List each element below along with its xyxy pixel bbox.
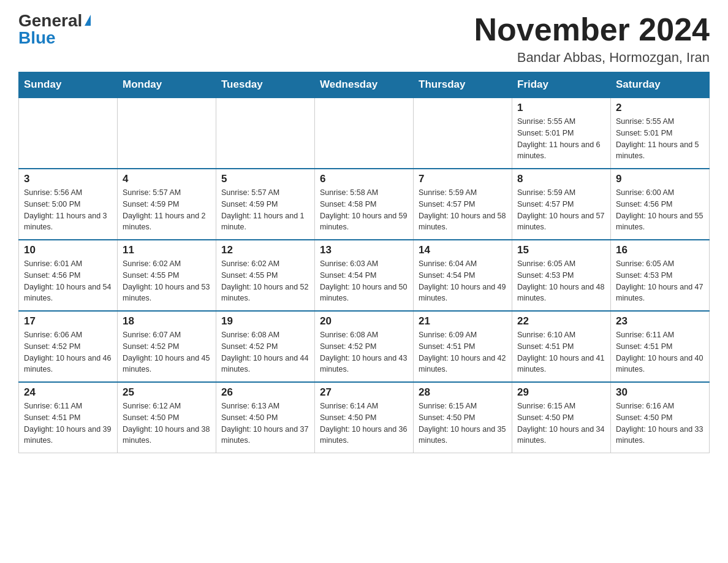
day-number: 28 [419, 386, 507, 399]
calendar-cell-w5-d6: 29Sunrise: 6:15 AMSunset: 4:50 PMDayligh… [512, 382, 611, 453]
calendar-cell-w5-d5: 28Sunrise: 6:15 AMSunset: 4:50 PMDayligh… [414, 382, 512, 453]
day-number: 13 [320, 244, 408, 256]
col-friday: Friday [512, 72, 611, 98]
day-info: Sunrise: 6:07 AMSunset: 4:52 PMDaylight:… [123, 329, 211, 375]
day-info: Sunrise: 6:04 AMSunset: 4:54 PMDaylight:… [419, 258, 507, 304]
calendar-cell-w1-d3 [216, 98, 315, 169]
calendar-cell-w2-d3: 5Sunrise: 5:57 AMSunset: 4:59 PMDaylight… [216, 169, 315, 240]
page-header: General Blue November 2024 Bandar Abbas,… [18, 12, 710, 66]
calendar-cell-w1-d5 [414, 98, 512, 169]
col-monday: Monday [118, 72, 216, 98]
calendar-table: Sunday Monday Tuesday Wednesday Thursday… [18, 72, 710, 453]
day-number: 2 [616, 102, 704, 114]
calendar-cell-w4-d5: 21Sunrise: 6:09 AMSunset: 4:51 PMDayligh… [414, 311, 512, 382]
week-row-3: 10Sunrise: 6:01 AMSunset: 4:56 PMDayligh… [19, 240, 710, 311]
day-info: Sunrise: 6:08 AMSunset: 4:52 PMDaylight:… [320, 329, 408, 375]
day-info: Sunrise: 6:02 AMSunset: 4:55 PMDaylight:… [221, 258, 309, 304]
day-info: Sunrise: 6:02 AMSunset: 4:55 PMDaylight:… [123, 258, 211, 304]
calendar-cell-w4-d3: 19Sunrise: 6:08 AMSunset: 4:52 PMDayligh… [216, 311, 315, 382]
logo: General Blue [18, 12, 91, 47]
col-sunday: Sunday [19, 72, 118, 98]
day-number: 19 [221, 315, 309, 327]
calendar-cell-w1-d2 [118, 98, 216, 169]
day-number: 3 [24, 173, 112, 185]
day-number: 6 [320, 173, 408, 185]
day-number: 18 [123, 315, 211, 327]
calendar-cell-w5-d3: 26Sunrise: 6:13 AMSunset: 4:50 PMDayligh… [216, 382, 315, 453]
day-info: Sunrise: 6:15 AMSunset: 4:50 PMDaylight:… [517, 400, 605, 446]
calendar-cell-w2-d1: 3Sunrise: 5:56 AMSunset: 5:00 PMDaylight… [19, 169, 118, 240]
day-info: Sunrise: 6:06 AMSunset: 4:52 PMDaylight:… [24, 329, 112, 375]
week-row-4: 17Sunrise: 6:06 AMSunset: 4:52 PMDayligh… [19, 311, 710, 382]
day-info: Sunrise: 6:08 AMSunset: 4:52 PMDaylight:… [221, 329, 309, 375]
calendar-cell-w2-d7: 9Sunrise: 6:00 AMSunset: 4:56 PMDaylight… [611, 169, 710, 240]
day-number: 17 [24, 315, 112, 327]
day-number: 10 [24, 244, 112, 256]
day-info: Sunrise: 6:03 AMSunset: 4:54 PMDaylight:… [320, 258, 408, 304]
day-info: Sunrise: 6:14 AMSunset: 4:50 PMDaylight:… [320, 400, 408, 446]
day-number: 8 [517, 173, 605, 185]
calendar-cell-w5-d7: 30Sunrise: 6:16 AMSunset: 4:50 PMDayligh… [611, 382, 710, 453]
day-number: 22 [517, 315, 605, 327]
col-thursday: Thursday [414, 72, 512, 98]
week-row-2: 3Sunrise: 5:56 AMSunset: 5:00 PMDaylight… [19, 169, 710, 240]
day-number: 14 [419, 244, 507, 256]
location-text: Bandar Abbas, Hormozgan, Iran [474, 50, 710, 66]
day-info: Sunrise: 5:55 AMSunset: 5:01 PMDaylight:… [616, 116, 704, 162]
calendar-cell-w2-d5: 7Sunrise: 5:59 AMSunset: 4:57 PMDaylight… [414, 169, 512, 240]
day-info: Sunrise: 6:10 AMSunset: 4:51 PMDaylight:… [517, 329, 605, 375]
day-number: 21 [419, 315, 507, 327]
day-info: Sunrise: 5:57 AMSunset: 4:59 PMDaylight:… [221, 187, 309, 233]
day-number: 12 [221, 244, 309, 256]
calendar-cell-w4-d6: 22Sunrise: 6:10 AMSunset: 4:51 PMDayligh… [512, 311, 611, 382]
calendar-cell-w5-d2: 25Sunrise: 6:12 AMSunset: 4:50 PMDayligh… [118, 382, 216, 453]
day-number: 7 [419, 173, 507, 185]
day-number: 16 [616, 244, 704, 256]
day-info: Sunrise: 5:58 AMSunset: 4:58 PMDaylight:… [320, 187, 408, 233]
calendar-cell-w4-d1: 17Sunrise: 6:06 AMSunset: 4:52 PMDayligh… [19, 311, 118, 382]
calendar-cell-w1-d1 [19, 98, 118, 169]
calendar-cell-w3-d2: 11Sunrise: 6:02 AMSunset: 4:55 PMDayligh… [118, 240, 216, 311]
logo-blue-text: Blue [18, 29, 56, 47]
title-block: November 2024 Bandar Abbas, Hormozgan, I… [474, 12, 710, 66]
day-info: Sunrise: 6:11 AMSunset: 4:51 PMDaylight:… [616, 329, 704, 375]
day-info: Sunrise: 6:12 AMSunset: 4:50 PMDaylight:… [123, 400, 211, 446]
day-number: 9 [616, 173, 704, 185]
day-info: Sunrise: 6:15 AMSunset: 4:50 PMDaylight:… [419, 400, 507, 446]
day-number: 23 [616, 315, 704, 327]
day-info: Sunrise: 6:01 AMSunset: 4:56 PMDaylight:… [24, 258, 112, 304]
calendar-cell-w5-d4: 27Sunrise: 6:14 AMSunset: 4:50 PMDayligh… [315, 382, 414, 453]
day-number: 26 [221, 386, 309, 399]
calendar-cell-w1-d6: 1Sunrise: 5:55 AMSunset: 5:01 PMDaylight… [512, 98, 611, 169]
calendar-cell-w2-d4: 6Sunrise: 5:58 AMSunset: 4:58 PMDaylight… [315, 169, 414, 240]
day-number: 24 [24, 386, 112, 399]
calendar-cell-w4-d2: 18Sunrise: 6:07 AMSunset: 4:52 PMDayligh… [118, 311, 216, 382]
day-info: Sunrise: 6:09 AMSunset: 4:51 PMDaylight:… [419, 329, 507, 375]
day-info: Sunrise: 5:55 AMSunset: 5:01 PMDaylight:… [517, 116, 605, 162]
calendar-cell-w2-d2: 4Sunrise: 5:57 AMSunset: 4:59 PMDaylight… [118, 169, 216, 240]
day-number: 11 [123, 244, 211, 256]
calendar-cell-w3-d1: 10Sunrise: 6:01 AMSunset: 4:56 PMDayligh… [19, 240, 118, 311]
day-info: Sunrise: 6:11 AMSunset: 4:51 PMDaylight:… [24, 400, 112, 446]
week-row-5: 24Sunrise: 6:11 AMSunset: 4:51 PMDayligh… [19, 382, 710, 453]
calendar-cell-w1-d4 [315, 98, 414, 169]
col-wednesday: Wednesday [315, 72, 414, 98]
day-info: Sunrise: 5:57 AMSunset: 4:59 PMDaylight:… [123, 187, 211, 233]
col-saturday: Saturday [611, 72, 710, 98]
day-number: 25 [123, 386, 211, 399]
week-row-1: 1Sunrise: 5:55 AMSunset: 5:01 PMDaylight… [19, 98, 710, 169]
day-info: Sunrise: 6:05 AMSunset: 4:53 PMDaylight:… [616, 258, 704, 304]
calendar-cell-w1-d7: 2Sunrise: 5:55 AMSunset: 5:01 PMDaylight… [611, 98, 710, 169]
day-number: 1 [517, 102, 605, 114]
day-number: 30 [616, 386, 704, 399]
calendar-cell-w4-d4: 20Sunrise: 6:08 AMSunset: 4:52 PMDayligh… [315, 311, 414, 382]
day-number: 29 [517, 386, 605, 399]
day-number: 5 [221, 173, 309, 185]
day-info: Sunrise: 6:16 AMSunset: 4:50 PMDaylight:… [616, 400, 704, 446]
calendar-cell-w3-d6: 15Sunrise: 6:05 AMSunset: 4:53 PMDayligh… [512, 240, 611, 311]
day-info: Sunrise: 6:13 AMSunset: 4:50 PMDaylight:… [221, 400, 309, 446]
day-info: Sunrise: 5:59 AMSunset: 4:57 PMDaylight:… [419, 187, 507, 233]
day-info: Sunrise: 6:00 AMSunset: 4:56 PMDaylight:… [616, 187, 704, 233]
day-number: 20 [320, 315, 408, 327]
day-info: Sunrise: 5:56 AMSunset: 5:00 PMDaylight:… [24, 187, 112, 233]
